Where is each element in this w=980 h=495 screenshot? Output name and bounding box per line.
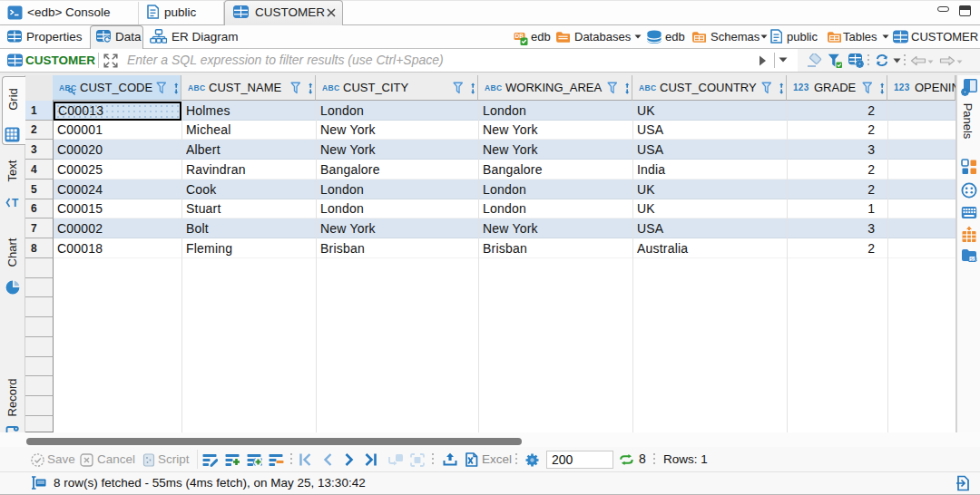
svg-text:SQL: SQL <box>970 257 977 262</box>
svg-text:T: T <box>12 197 19 209</box>
